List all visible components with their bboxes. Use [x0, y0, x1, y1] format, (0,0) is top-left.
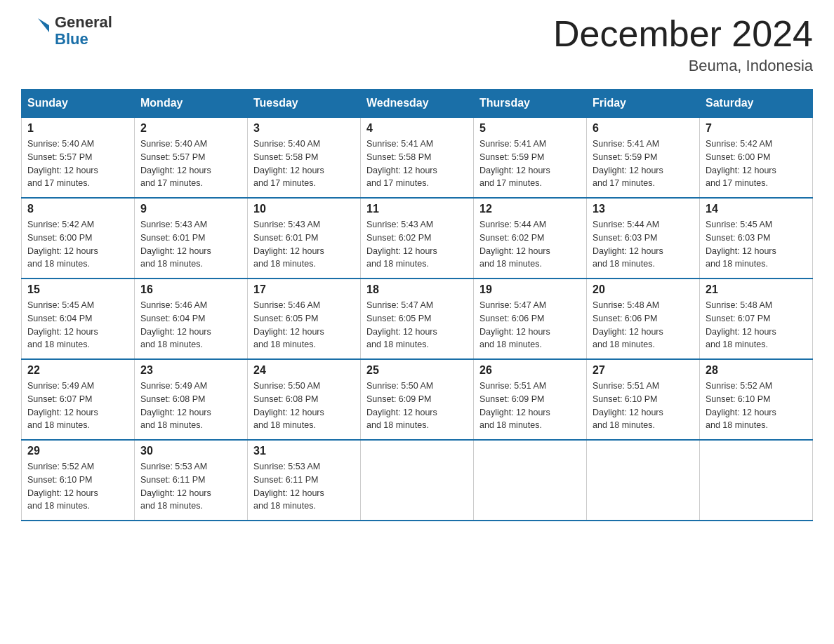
day-info: Sunrise: 5:49 AMSunset: 6:07 PMDaylight:…: [27, 381, 98, 430]
day-info: Sunrise: 5:47 AMSunset: 6:06 PMDaylight:…: [479, 300, 550, 349]
day-info: Sunrise: 5:46 AMSunset: 6:04 PMDaylight:…: [140, 300, 211, 349]
day-number: 6: [593, 122, 694, 135]
calendar-week-4: 22 Sunrise: 5:49 AMSunset: 6:07 PMDaylig…: [22, 359, 813, 440]
month-title: December 2024: [553, 14, 813, 54]
day-number: 17: [253, 283, 355, 296]
calendar-cell: 7 Sunrise: 5:42 AMSunset: 6:00 PMDayligh…: [700, 117, 813, 198]
day-number: 28: [706, 364, 807, 377]
day-info: Sunrise: 5:51 AMSunset: 6:09 PMDaylight:…: [479, 381, 550, 430]
page-header: General Blue December 2024 Beuma, Indone…: [21, 14, 813, 75]
day-number: 31: [253, 445, 355, 457]
logo: General Blue: [21, 14, 112, 48]
calendar-cell: 23 Sunrise: 5:49 AMSunset: 6:08 PMDaylig…: [135, 359, 248, 440]
calendar-cell: [361, 440, 474, 521]
day-number: 11: [366, 203, 468, 215]
day-number: 26: [479, 364, 581, 377]
day-info: Sunrise: 5:50 AMSunset: 6:08 PMDaylight:…: [253, 381, 324, 430]
day-info: Sunrise: 5:48 AMSunset: 6:06 PMDaylight:…: [593, 300, 663, 349]
day-info: Sunrise: 5:45 AMSunset: 6:04 PMDaylight:…: [27, 300, 98, 349]
calendar-cell: 20 Sunrise: 5:48 AMSunset: 6:06 PMDaylig…: [587, 279, 700, 359]
day-info: Sunrise: 5:48 AMSunset: 6:07 PMDaylight:…: [706, 300, 776, 349]
day-number: 22: [27, 364, 128, 377]
day-number: 4: [366, 122, 468, 135]
calendar-cell: 19 Sunrise: 5:47 AMSunset: 6:06 PMDaylig…: [474, 279, 587, 359]
calendar-cell: 13 Sunrise: 5:44 AMSunset: 6:03 PMDaylig…: [587, 198, 700, 279]
location: Beuma, Indonesia: [553, 57, 813, 75]
day-info: Sunrise: 5:44 AMSunset: 6:02 PMDaylight:…: [479, 220, 550, 269]
calendar-week-3: 15 Sunrise: 5:45 AMSunset: 6:04 PMDaylig…: [22, 279, 813, 359]
calendar-cell: 15 Sunrise: 5:45 AMSunset: 6:04 PMDaylig…: [22, 279, 135, 359]
calendar-cell: 1 Sunrise: 5:40 AMSunset: 5:57 PMDayligh…: [22, 117, 135, 198]
day-number: 1: [27, 122, 128, 135]
logo-icon: [21, 15, 52, 46]
calendar-cell: 24 Sunrise: 5:50 AMSunset: 6:08 PMDaylig…: [248, 359, 361, 440]
calendar-cell: [700, 440, 813, 521]
day-info: Sunrise: 5:52 AMSunset: 6:10 PMDaylight:…: [706, 381, 776, 430]
day-info: Sunrise: 5:52 AMSunset: 6:10 PMDaylight:…: [27, 462, 98, 511]
day-info: Sunrise: 5:43 AMSunset: 6:02 PMDaylight:…: [366, 220, 437, 269]
calendar-cell: 2 Sunrise: 5:40 AMSunset: 5:57 PMDayligh…: [135, 117, 248, 198]
calendar-cell: 4 Sunrise: 5:41 AMSunset: 5:58 PMDayligh…: [361, 117, 474, 198]
day-number: 7: [706, 122, 807, 135]
day-number: 19: [479, 283, 581, 296]
day-info: Sunrise: 5:51 AMSunset: 6:10 PMDaylight:…: [593, 381, 663, 430]
header-monday: Monday: [135, 90, 248, 118]
header-saturday: Saturday: [700, 90, 813, 118]
calendar-cell: 3 Sunrise: 5:40 AMSunset: 5:58 PMDayligh…: [248, 117, 361, 198]
calendar-cell: 21 Sunrise: 5:48 AMSunset: 6:07 PMDaylig…: [700, 279, 813, 359]
calendar-cell: [587, 440, 700, 521]
day-info: Sunrise: 5:42 AMSunset: 6:00 PMDaylight:…: [706, 139, 776, 188]
calendar-cell: 16 Sunrise: 5:46 AMSunset: 6:04 PMDaylig…: [135, 279, 248, 359]
calendar-cell: 6 Sunrise: 5:41 AMSunset: 5:59 PMDayligh…: [587, 117, 700, 198]
calendar-cell: 30 Sunrise: 5:53 AMSunset: 6:11 PMDaylig…: [135, 440, 248, 521]
calendar-cell: 29 Sunrise: 5:52 AMSunset: 6:10 PMDaylig…: [22, 440, 135, 521]
day-info: Sunrise: 5:46 AMSunset: 6:05 PMDaylight:…: [253, 300, 324, 349]
header-friday: Friday: [587, 90, 700, 118]
day-number: 15: [27, 283, 128, 296]
calendar-cell: 25 Sunrise: 5:50 AMSunset: 6:09 PMDaylig…: [361, 359, 474, 440]
logo-general: General: [55, 14, 112, 31]
calendar-cell: 26 Sunrise: 5:51 AMSunset: 6:09 PMDaylig…: [474, 359, 587, 440]
day-number: 24: [253, 364, 355, 377]
day-number: 14: [706, 203, 807, 215]
day-info: Sunrise: 5:41 AMSunset: 5:59 PMDaylight:…: [479, 139, 550, 188]
calendar-cell: 12 Sunrise: 5:44 AMSunset: 6:02 PMDaylig…: [474, 198, 587, 279]
logo-blue: Blue: [55, 31, 112, 48]
day-number: 18: [366, 283, 468, 296]
header-thursday: Thursday: [474, 90, 587, 118]
calendar-cell: 8 Sunrise: 5:42 AMSunset: 6:00 PMDayligh…: [22, 198, 135, 279]
day-info: Sunrise: 5:49 AMSunset: 6:08 PMDaylight:…: [140, 381, 211, 430]
day-number: 29: [27, 445, 128, 457]
calendar-week-1: 1 Sunrise: 5:40 AMSunset: 5:57 PMDayligh…: [22, 117, 813, 198]
calendar-week-2: 8 Sunrise: 5:42 AMSunset: 6:00 PMDayligh…: [22, 198, 813, 279]
calendar-cell: 14 Sunrise: 5:45 AMSunset: 6:03 PMDaylig…: [700, 198, 813, 279]
calendar-week-5: 29 Sunrise: 5:52 AMSunset: 6:10 PMDaylig…: [22, 440, 813, 521]
day-number: 10: [253, 203, 355, 215]
day-number: 25: [366, 364, 468, 377]
day-info: Sunrise: 5:47 AMSunset: 6:05 PMDaylight:…: [366, 300, 437, 349]
calendar-cell: 5 Sunrise: 5:41 AMSunset: 5:59 PMDayligh…: [474, 117, 587, 198]
header-sunday: Sunday: [22, 90, 135, 118]
calendar-cell: 28 Sunrise: 5:52 AMSunset: 6:10 PMDaylig…: [700, 359, 813, 440]
day-number: 21: [706, 283, 807, 296]
svg-marker-0: [38, 18, 49, 32]
day-info: Sunrise: 5:40 AMSunset: 5:58 PMDaylight:…: [253, 139, 324, 188]
day-info: Sunrise: 5:41 AMSunset: 5:59 PMDaylight:…: [593, 139, 663, 188]
calendar-cell: [474, 440, 587, 521]
calendar-cell: 27 Sunrise: 5:51 AMSunset: 6:10 PMDaylig…: [587, 359, 700, 440]
calendar-cell: 9 Sunrise: 5:43 AMSunset: 6:01 PMDayligh…: [135, 198, 248, 279]
day-info: Sunrise: 5:45 AMSunset: 6:03 PMDaylight:…: [706, 220, 776, 269]
day-info: Sunrise: 5:50 AMSunset: 6:09 PMDaylight:…: [366, 381, 437, 430]
calendar-cell: 11 Sunrise: 5:43 AMSunset: 6:02 PMDaylig…: [361, 198, 474, 279]
calendar-header-row: SundayMondayTuesdayWednesdayThursdayFrid…: [22, 90, 813, 118]
day-info: Sunrise: 5:44 AMSunset: 6:03 PMDaylight:…: [593, 220, 663, 269]
header-wednesday: Wednesday: [361, 90, 474, 118]
day-info: Sunrise: 5:40 AMSunset: 5:57 PMDaylight:…: [140, 139, 211, 188]
calendar-cell: 31 Sunrise: 5:53 AMSunset: 6:11 PMDaylig…: [248, 440, 361, 521]
day-number: 23: [140, 364, 241, 377]
header-tuesday: Tuesday: [248, 90, 361, 118]
day-info: Sunrise: 5:43 AMSunset: 6:01 PMDaylight:…: [253, 220, 324, 269]
calendar-cell: 10 Sunrise: 5:43 AMSunset: 6:01 PMDaylig…: [248, 198, 361, 279]
day-number: 16: [140, 283, 241, 296]
day-info: Sunrise: 5:53 AMSunset: 6:11 PMDaylight:…: [140, 462, 211, 511]
